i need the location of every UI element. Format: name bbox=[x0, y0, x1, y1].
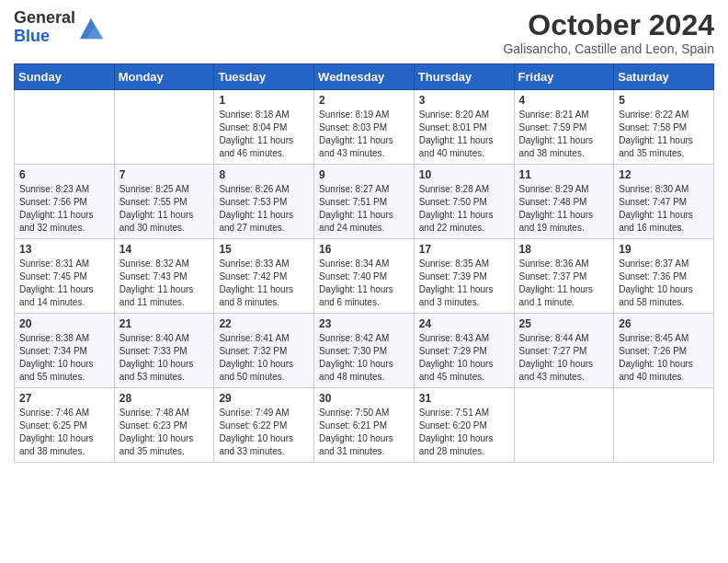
location: Galisancho, Castille and Leon, Spain bbox=[503, 41, 714, 56]
day-number: 8 bbox=[219, 168, 309, 181]
day-info: Sunrise: 8:35 AM Sunset: 7:39 PM Dayligh… bbox=[419, 258, 509, 309]
calendar-cell: 26Sunrise: 8:45 AM Sunset: 7:26 PM Dayli… bbox=[614, 314, 714, 388]
day-info: Sunrise: 7:46 AM Sunset: 6:25 PM Dayligh… bbox=[19, 407, 109, 458]
day-info: Sunrise: 8:32 AM Sunset: 7:43 PM Dayligh… bbox=[119, 258, 210, 309]
calendar-cell: 14Sunrise: 8:32 AM Sunset: 7:43 PM Dayli… bbox=[114, 239, 214, 314]
day-info: Sunrise: 8:26 AM Sunset: 7:53 PM Dayligh… bbox=[219, 183, 309, 235]
day-number: 23 bbox=[319, 317, 409, 330]
calendar-week-row: 6Sunrise: 8:23 AM Sunset: 7:56 PM Daylig… bbox=[15, 165, 714, 239]
day-number: 16 bbox=[319, 243, 409, 256]
calendar-cell: 5Sunrise: 8:22 AM Sunset: 7:58 PM Daylig… bbox=[614, 90, 714, 165]
day-number: 4 bbox=[519, 94, 609, 107]
day-number: 11 bbox=[519, 168, 609, 181]
day-info: Sunrise: 7:49 AM Sunset: 6:22 PM Dayligh… bbox=[219, 407, 309, 458]
calendar-day-header: Monday bbox=[114, 64, 214, 90]
day-info: Sunrise: 8:45 AM Sunset: 7:26 PM Dayligh… bbox=[619, 332, 709, 384]
calendar-week-row: 1Sunrise: 8:18 AM Sunset: 8:04 PM Daylig… bbox=[15, 90, 714, 165]
calendar-day-header: Sunday bbox=[15, 64, 115, 90]
day-number: 12 bbox=[619, 168, 709, 181]
day-number: 30 bbox=[319, 392, 409, 405]
day-info: Sunrise: 8:34 AM Sunset: 7:40 PM Dayligh… bbox=[319, 258, 409, 309]
calendar-cell: 4Sunrise: 8:21 AM Sunset: 7:59 PM Daylig… bbox=[514, 90, 614, 165]
day-info: Sunrise: 8:44 AM Sunset: 7:27 PM Dayligh… bbox=[519, 332, 609, 384]
day-number: 1 bbox=[219, 94, 309, 107]
day-number: 14 bbox=[119, 243, 210, 256]
day-number: 5 bbox=[619, 94, 709, 107]
calendar-cell: 30Sunrise: 7:50 AM Sunset: 6:21 PM Dayli… bbox=[314, 388, 415, 463]
day-info: Sunrise: 8:42 AM Sunset: 7:30 PM Dayligh… bbox=[319, 332, 409, 384]
calendar-cell: 24Sunrise: 8:43 AM Sunset: 7:29 PM Dayli… bbox=[414, 314, 514, 388]
day-info: Sunrise: 8:19 AM Sunset: 8:03 PM Dayligh… bbox=[319, 109, 409, 160]
day-info: Sunrise: 8:25 AM Sunset: 7:55 PM Dayligh… bbox=[119, 183, 210, 235]
day-info: Sunrise: 8:43 AM Sunset: 7:29 PM Dayligh… bbox=[419, 332, 509, 384]
day-number: 21 bbox=[119, 317, 210, 330]
calendar-cell bbox=[114, 90, 214, 165]
day-number: 22 bbox=[219, 317, 309, 330]
calendar-cell: 18Sunrise: 8:36 AM Sunset: 7:37 PM Dayli… bbox=[514, 239, 614, 314]
calendar-cell: 3Sunrise: 8:20 AM Sunset: 8:01 PM Daylig… bbox=[414, 90, 514, 165]
day-number: 3 bbox=[419, 94, 509, 107]
calendar-cell: 10Sunrise: 8:28 AM Sunset: 7:50 PM Dayli… bbox=[414, 165, 514, 239]
calendar-cell: 29Sunrise: 7:49 AM Sunset: 6:22 PM Dayli… bbox=[214, 388, 314, 463]
day-info: Sunrise: 8:41 AM Sunset: 7:32 PM Dayligh… bbox=[219, 332, 309, 384]
calendar-cell: 19Sunrise: 8:37 AM Sunset: 7:36 PM Dayli… bbox=[614, 239, 714, 314]
day-number: 27 bbox=[19, 392, 109, 405]
calendar-cell: 8Sunrise: 8:26 AM Sunset: 7:53 PM Daylig… bbox=[214, 165, 314, 239]
day-number: 2 bbox=[319, 94, 409, 107]
calendar-cell: 13Sunrise: 8:31 AM Sunset: 7:45 PM Dayli… bbox=[15, 239, 115, 314]
logo-general: General bbox=[14, 8, 75, 27]
calendar-cell: 2Sunrise: 8:19 AM Sunset: 8:03 PM Daylig… bbox=[314, 90, 415, 165]
calendar-cell: 31Sunrise: 7:51 AM Sunset: 6:20 PM Dayli… bbox=[414, 388, 514, 463]
calendar-cell: 27Sunrise: 7:46 AM Sunset: 6:25 PM Dayli… bbox=[15, 388, 115, 463]
day-number: 26 bbox=[619, 317, 709, 330]
calendar-cell: 28Sunrise: 7:48 AM Sunset: 6:23 PM Dayli… bbox=[114, 388, 214, 463]
title-area: October 2024 Galisancho, Castille and Le… bbox=[503, 9, 714, 56]
day-number: 7 bbox=[119, 168, 210, 181]
calendar-cell: 6Sunrise: 8:23 AM Sunset: 7:56 PM Daylig… bbox=[15, 165, 115, 239]
calendar-cell: 20Sunrise: 8:38 AM Sunset: 7:34 PM Dayli… bbox=[15, 314, 115, 388]
logo-text: General Blue bbox=[14, 9, 75, 46]
day-info: Sunrise: 8:27 AM Sunset: 7:51 PM Dayligh… bbox=[319, 183, 409, 235]
calendar-cell: 9Sunrise: 8:27 AM Sunset: 7:51 PM Daylig… bbox=[314, 165, 415, 239]
logo: General Blue bbox=[14, 9, 104, 46]
day-info: Sunrise: 8:21 AM Sunset: 7:59 PM Dayligh… bbox=[519, 109, 609, 160]
day-info: Sunrise: 8:28 AM Sunset: 7:50 PM Dayligh… bbox=[419, 183, 509, 235]
day-info: Sunrise: 7:48 AM Sunset: 6:23 PM Dayligh… bbox=[119, 407, 210, 458]
calendar-cell: 12Sunrise: 8:30 AM Sunset: 7:47 PM Dayli… bbox=[614, 165, 714, 239]
day-info: Sunrise: 8:22 AM Sunset: 7:58 PM Dayligh… bbox=[619, 109, 709, 160]
day-number: 24 bbox=[419, 317, 509, 330]
day-number: 25 bbox=[519, 317, 609, 330]
calendar-day-header: Saturday bbox=[614, 64, 714, 90]
day-number: 19 bbox=[619, 243, 709, 256]
page: General Blue October 2024 Galisancho, Ca… bbox=[0, 0, 728, 477]
month-title: October 2024 bbox=[503, 9, 714, 41]
calendar-table: SundayMondayTuesdayWednesdayThursdayFrid… bbox=[14, 63, 714, 463]
day-number: 17 bbox=[419, 243, 509, 256]
day-info: Sunrise: 8:18 AM Sunset: 8:04 PM Dayligh… bbox=[219, 109, 309, 160]
day-number: 15 bbox=[219, 243, 309, 256]
logo-blue: Blue bbox=[14, 27, 50, 45]
calendar-day-header: Tuesday bbox=[214, 64, 314, 90]
calendar-cell: 21Sunrise: 8:40 AM Sunset: 7:33 PM Dayli… bbox=[114, 314, 214, 388]
day-number: 9 bbox=[319, 168, 409, 181]
calendar-cell: 17Sunrise: 8:35 AM Sunset: 7:39 PM Dayli… bbox=[414, 239, 514, 314]
calendar-day-header: Thursday bbox=[414, 64, 514, 90]
calendar-day-header: Friday bbox=[514, 64, 614, 90]
calendar-week-row: 27Sunrise: 7:46 AM Sunset: 6:25 PM Dayli… bbox=[15, 388, 714, 463]
calendar-cell: 25Sunrise: 8:44 AM Sunset: 7:27 PM Dayli… bbox=[514, 314, 614, 388]
logo-icon bbox=[78, 15, 104, 40]
day-info: Sunrise: 8:38 AM Sunset: 7:34 PM Dayligh… bbox=[19, 332, 109, 384]
day-info: Sunrise: 8:29 AM Sunset: 7:48 PM Dayligh… bbox=[519, 183, 609, 235]
day-number: 20 bbox=[19, 317, 109, 330]
calendar-week-row: 13Sunrise: 8:31 AM Sunset: 7:45 PM Dayli… bbox=[15, 239, 714, 314]
day-number: 28 bbox=[119, 392, 210, 405]
day-info: Sunrise: 8:30 AM Sunset: 7:47 PM Dayligh… bbox=[619, 183, 709, 235]
day-info: Sunrise: 8:31 AM Sunset: 7:45 PM Dayligh… bbox=[19, 258, 109, 309]
day-info: Sunrise: 8:37 AM Sunset: 7:36 PM Dayligh… bbox=[619, 258, 709, 309]
day-info: Sunrise: 8:23 AM Sunset: 7:56 PM Dayligh… bbox=[19, 183, 109, 235]
calendar-cell: 16Sunrise: 8:34 AM Sunset: 7:40 PM Dayli… bbox=[314, 239, 415, 314]
calendar-cell: 7Sunrise: 8:25 AM Sunset: 7:55 PM Daylig… bbox=[114, 165, 214, 239]
day-info: Sunrise: 7:51 AM Sunset: 6:20 PM Dayligh… bbox=[419, 407, 509, 458]
day-info: Sunrise: 8:36 AM Sunset: 7:37 PM Dayligh… bbox=[519, 258, 609, 309]
day-info: Sunrise: 8:40 AM Sunset: 7:33 PM Dayligh… bbox=[119, 332, 210, 384]
